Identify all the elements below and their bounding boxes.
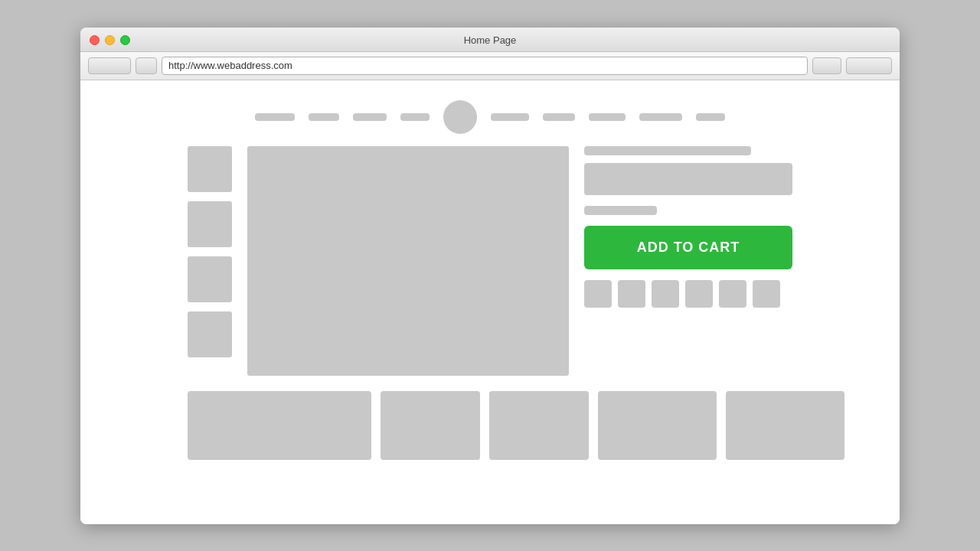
nav-menu-item[interactable] <box>309 113 339 121</box>
nav-menu <box>80 96 900 146</box>
product-icon-4 <box>685 280 713 308</box>
url-text: http://www.webaddress.com <box>168 60 292 71</box>
bottom-item-1[interactable] <box>188 391 371 460</box>
product-description <box>584 163 792 195</box>
title-bar: Home Page <box>80 28 900 52</box>
main-product-image <box>247 146 569 376</box>
back-forward-buttons[interactable] <box>88 57 131 74</box>
nav-menu-item[interactable] <box>589 113 626 121</box>
bottom-item-3[interactable] <box>489 391 589 460</box>
product-icon-5 <box>719 280 746 308</box>
product-icon-6 <box>753 280 780 308</box>
nav-menu-item[interactable] <box>543 113 575 121</box>
product-icons-row <box>584 280 792 308</box>
product-title <box>584 146 751 155</box>
nav-right-button-2[interactable] <box>846 57 892 74</box>
nav-bar: http://www.webaddress.com <box>80 52 900 80</box>
nav-menu-item[interactable] <box>491 113 529 121</box>
product-icon-2 <box>618 280 645 308</box>
thumbnail-4[interactable] <box>188 311 232 357</box>
window-title: Home Page <box>464 34 517 46</box>
nav-menu-item[interactable] <box>353 113 387 121</box>
page-content: ADD TO CART <box>80 80 900 524</box>
browser-window: Home Page http://www.webaddress.com <box>80 28 900 524</box>
nav-menu-item[interactable] <box>255 113 295 121</box>
product-info: ADD TO CART <box>584 146 792 376</box>
thumbnail-1[interactable] <box>188 146 232 192</box>
add-to-cart-button[interactable]: ADD TO CART <box>584 226 792 269</box>
product-icon-3 <box>652 280 679 308</box>
traffic-lights <box>90 35 130 45</box>
nav-menu-item[interactable] <box>639 113 682 121</box>
thumbnail-column <box>188 146 232 376</box>
product-icon-1 <box>584 280 612 308</box>
bottom-item-5[interactable] <box>726 391 844 460</box>
refresh-button[interactable] <box>136 57 157 74</box>
url-bar[interactable]: http://www.webaddress.com <box>162 57 808 75</box>
minimize-button[interactable] <box>105 35 115 45</box>
maximize-button[interactable] <box>120 35 130 45</box>
nav-menu-item[interactable] <box>696 113 725 121</box>
bottom-item-4[interactable] <box>598 391 717 460</box>
product-price <box>584 206 657 215</box>
product-section: ADD TO CART <box>80 146 900 376</box>
bottom-item-2[interactable] <box>381 391 480 460</box>
nav-menu-item[interactable] <box>400 113 430 121</box>
thumbnail-2[interactable] <box>188 201 232 247</box>
site-logo <box>443 100 477 134</box>
bottom-grid <box>80 376 900 460</box>
thumbnail-3[interactable] <box>188 256 232 302</box>
nav-right-button[interactable] <box>812 57 841 74</box>
close-button[interactable] <box>90 35 100 45</box>
